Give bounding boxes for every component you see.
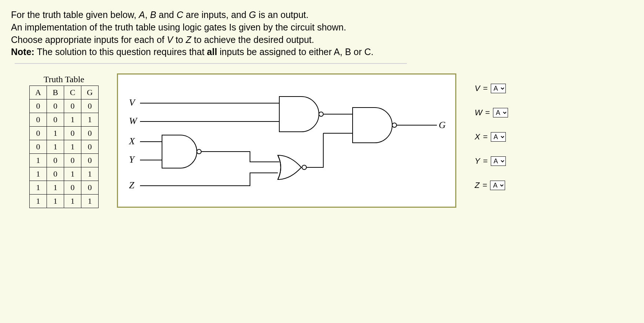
table-row: 0100 [30,127,99,140]
svg-point-0 [197,149,201,154]
answer-label: Z [475,181,479,190]
output-label-g: G [439,120,446,130]
select-z[interactable]: A B C [490,181,505,190]
answer-row-v: V = A B C [475,84,508,93]
table-row: 1100 [30,181,99,195]
answer-row-z: Z = A B C [475,181,508,190]
answer-label: V [475,84,480,93]
col-g: G [81,86,99,99]
truth-table-block: Truth Table A B C G 0000 0011 0100 0110 … [29,73,99,208]
answer-label: X [475,132,480,142]
col-a: A [30,86,47,99]
input-label-z: Z [129,180,135,190]
answer-label: W [475,108,482,117]
table-row: 1000 [30,154,99,167]
truth-table: A B C G 0000 0011 0100 0110 1000 1011 11… [29,86,99,208]
equals: = [483,132,488,142]
equals: = [483,156,488,166]
select-x[interactable]: A B C [491,132,506,142]
table-row: 1111 [30,195,99,208]
truth-table-caption: Truth Table [29,73,99,86]
table-row: 1011 [30,167,99,181]
select-y[interactable]: A B C [491,156,506,166]
divider [15,63,407,64]
circuit-svg: .wire{stroke:#000;stroke-width:2;fill:no… [118,75,455,207]
input-label-x: X [129,136,135,146]
answer-column: V = A B C W = A B C X = [475,73,508,190]
answer-row-y: Y = A B C [475,156,508,166]
circuit-diagram: .wire{stroke:#000;stroke-width:2;fill:no… [117,73,456,208]
table-row: 0110 [30,140,99,154]
question-text: For the truth table given below, A, B an… [0,0,644,63]
equals: = [482,181,487,190]
select-v[interactable]: A B C [491,84,506,93]
input-label-y: Y [129,154,135,165]
col-b: B [47,86,64,99]
select-w[interactable]: A B C [493,108,508,117]
equals: = [483,84,488,93]
equals: = [485,108,490,117]
answer-label: Y [475,156,480,166]
answer-row-x: X = A B C [475,132,508,142]
svg-point-3 [392,123,397,127]
table-row: 0011 [30,113,99,127]
svg-point-2 [319,112,323,116]
answer-row-w: W = A B C [475,108,508,117]
svg-point-1 [302,165,306,170]
col-c: C [64,86,81,99]
table-row: 0000 [30,99,99,113]
input-label-w: W [129,116,138,126]
input-label-v: V [129,97,136,108]
